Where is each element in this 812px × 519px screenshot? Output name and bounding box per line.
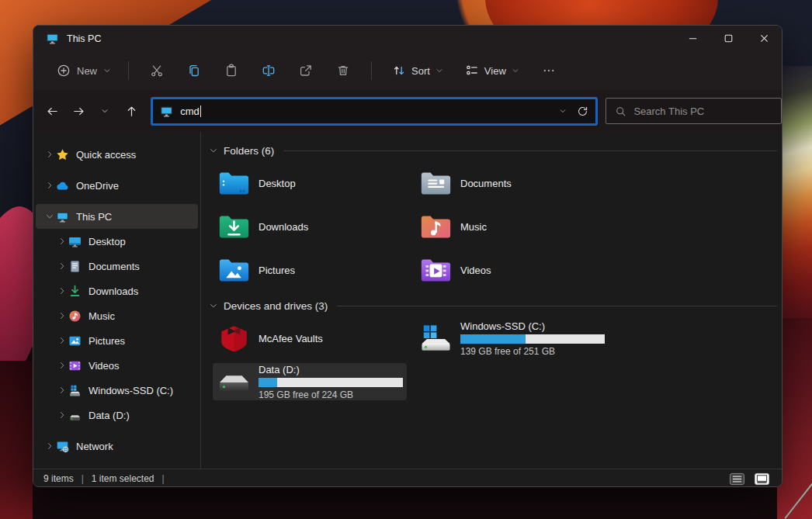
chevron-down-icon[interactable] [209,301,218,310]
tile-data-d[interactable]: Data (D:)195 GB free of 224 GB [213,363,407,400]
close-button[interactable] [746,26,782,51]
recent-locations-chevron[interactable] [94,99,117,123]
chevron-right-icon[interactable] [56,237,68,246]
sidebar-item-music[interactable]: Music [36,303,198,328]
window-controls [675,26,782,51]
sidebar-item-data-d[interactable]: Data (D:) [36,403,198,427]
selected-count: 1 item selected [92,473,154,484]
tile-mcafee-vaults[interactable]: McAfee Vaults [213,320,407,357]
items-count: 9 items [43,473,74,484]
wallpaper-shape [0,485,812,519]
section-header-devices-and-drives-3[interactable]: Devices and drives (3) [209,297,777,314]
drive-win-icon [420,324,452,353]
chevron-right-icon[interactable] [56,311,68,320]
pictures-icon [218,256,250,285]
sort-arrows-icon [392,64,406,78]
free-space-text: 195 GB free of 224 GB [259,389,403,400]
drive-sm-icon [68,409,82,422]
search-input[interactable]: Search This PC [606,98,782,124]
tile-grid: McAfee VaultsWindows-SSD (C:)139 GB free… [213,320,782,400]
this-pc-icon [160,105,173,118]
music-sm-icon [68,310,82,323]
titlebar[interactable]: This PC [33,26,782,51]
sidebar-item-desktop[interactable]: Desktop [36,229,198,254]
desktop-icon [218,169,250,198]
drive-win-sm-icon [68,384,82,397]
tile-music[interactable]: Music [415,208,609,245]
sidebar-item-documents[interactable]: Documents [36,254,198,279]
tile-documents[interactable]: Documents [415,164,609,202]
see-more-button[interactable] [533,57,564,85]
sidebar-item-videos[interactable]: Videos [36,353,198,378]
cut-button[interactable] [141,57,172,85]
share-icon [299,64,313,78]
chevron-right-icon[interactable] [56,361,68,370]
sidebar-item-onedrive[interactable]: OneDrive [36,173,198,198]
videos-sm-icon [68,359,82,372]
chevron-right-icon[interactable] [43,150,56,159]
address-dropdown-chevron[interactable] [559,107,567,115]
maximize-button[interactable] [710,26,746,51]
rename-button[interactable] [253,57,284,85]
section-divider [337,306,777,306]
tile-pictures[interactable]: Pictures [213,251,407,289]
copy-button[interactable] [179,57,210,85]
chevron-down-icon [512,67,519,74]
address-bar[interactable]: cmd [151,97,598,126]
tile-videos[interactable]: Videos [415,251,609,289]
up-button[interactable] [120,99,143,123]
tile-windows-ssd-c[interactable]: Windows-SSD (C:)139 GB free of 251 GB [415,320,609,357]
sidebar-item-pictures[interactable]: Pictures [36,328,198,353]
address-input-value[interactable]: cmd [180,106,200,117]
rename-icon [262,64,276,78]
pictures-sm-icon [68,334,82,348]
new-button[interactable]: New [49,57,119,85]
large-icons-view-toggle[interactable] [752,472,772,486]
chevron-down-icon[interactable] [43,212,56,221]
content-pane: Folders (6)DesktopDocumentsDownloadsMusi… [201,132,782,469]
sort-button[interactable]: Sort [383,57,452,85]
delete-button[interactable] [328,57,359,85]
details-view-toggle[interactable] [727,472,747,486]
documents-sm-icon [68,260,82,273]
share-button[interactable] [290,57,321,85]
sidebar-item-windows-ssd-c[interactable]: Windows-SSD (C:) [36,378,198,403]
command-bar: New Sort View [33,51,782,90]
chevron-down-icon[interactable] [209,146,218,155]
tile-desktop[interactable]: Desktop [213,164,407,202]
navigation-pane: Quick accessOneDriveThis PCDesktopDocume… [33,132,201,469]
sidebar-item-downloads[interactable]: Downloads [36,279,198,303]
section-divider [283,151,777,151]
toolbar-divider [371,61,372,80]
search-icon [615,106,626,117]
chevron-right-icon[interactable] [56,386,68,395]
forward-button[interactable] [68,99,91,123]
refresh-icon[interactable] [577,106,588,117]
view-button[interactable]: View [456,57,528,85]
minimize-button[interactable] [675,26,710,51]
chevron-right-icon[interactable] [43,441,56,451]
chevron-right-icon[interactable] [56,410,68,420]
sidebar-item-network[interactable]: Network [36,434,198,458]
chevron-right-icon[interactable] [56,286,68,296]
desktop-sm-icon [68,235,82,248]
chevron-right-icon[interactable] [56,261,68,271]
sidebar-item-this-pc[interactable]: This PC [36,204,198,229]
view-options-icon [465,64,479,78]
navigation-bar: cmd Search This PC [33,90,782,132]
chevron-right-icon[interactable] [56,336,68,345]
paste-button[interactable] [216,57,247,85]
cut-icon [150,64,164,78]
tile-downloads[interactable]: Downloads [213,208,407,245]
status-separator: | [162,473,165,484]
section-header-folders-6[interactable]: Folders (6) [209,142,777,159]
back-button[interactable] [41,99,64,123]
sidebar-item-quick-access[interactable]: Quick access [36,142,198,167]
mcafee-icon [218,324,250,353]
new-button-label: New [77,65,97,77]
window-title: This PC [67,33,101,44]
this-pc-icon [46,32,59,45]
window-body: Quick accessOneDriveThis PCDesktopDocume… [33,132,782,469]
downloads-sm-icon [68,285,82,298]
chevron-right-icon[interactable] [43,181,56,190]
